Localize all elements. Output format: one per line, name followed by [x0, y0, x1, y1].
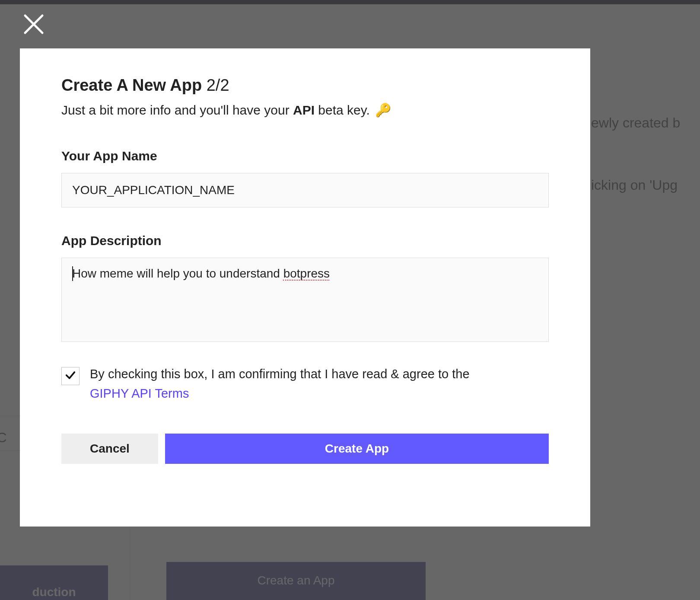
subtitle-post: beta key. [315, 103, 370, 117]
text-cursor [72, 266, 73, 281]
modal-title: Create A New App 2/2 [61, 76, 549, 95]
close-icon [22, 30, 46, 38]
modal-button-row: Cancel Create App [61, 434, 549, 464]
terms-checkbox[interactable] [61, 367, 80, 385]
subtitle-bold: API [293, 103, 315, 117]
app-name-label: Your App Name [61, 149, 549, 163]
terms-text-body: By checking this box, I am confirming th… [90, 367, 470, 381]
create-app-button[interactable]: Create App [165, 434, 549, 464]
subtitle-pre: Just a bit more info and you'll have you… [61, 103, 293, 117]
app-name-input[interactable] [61, 173, 549, 207]
giphy-api-terms-link[interactable]: GIPHY API Terms [90, 386, 189, 400]
app-description-input[interactable] [61, 258, 549, 342]
create-app-modal: Create A New App 2/2 Just a bit more inf… [20, 48, 590, 527]
modal-title-step: 2/2 [207, 76, 229, 94]
terms-text: By checking this box, I am confirming th… [90, 364, 470, 403]
key-icon: 🔑 [375, 103, 391, 117]
modal-subtitle: Just a bit more info and you'll have you… [61, 102, 549, 118]
app-description-label: App Description [61, 233, 549, 248]
checkmark-icon [64, 369, 76, 383]
close-button[interactable] [22, 12, 46, 36]
terms-consent-row: By checking this box, I am confirming th… [61, 364, 549, 403]
cancel-button[interactable]: Cancel [61, 434, 158, 464]
modal-title-main: Create A New App [61, 76, 202, 94]
